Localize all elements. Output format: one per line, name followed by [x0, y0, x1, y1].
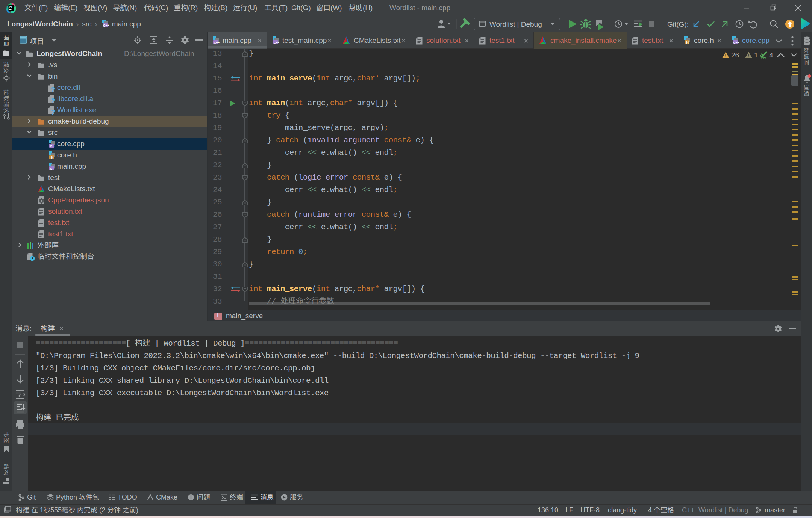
svg-text:C++: C++ — [733, 41, 739, 44]
svg-text:H: H — [51, 156, 54, 159]
svg-text:H: H — [686, 41, 689, 44]
svg-text:C++: C++ — [50, 145, 56, 148]
svg-text:Wordlist | Debug: Wordlist | Debug — [489, 20, 542, 28]
svg-text:C++: C++ — [103, 24, 109, 27]
svg-text:C++: C++ — [274, 41, 279, 44]
svg-text:?: ? — [51, 108, 55, 115]
svg-text:C++: C++ — [214, 41, 220, 44]
svg-text:C++: C++ — [50, 167, 56, 171]
svg-text:CL: CL — [9, 6, 13, 9]
svg-text:Git(G):: Git(G): — [667, 20, 689, 28]
svg-text:?: ? — [51, 86, 55, 92]
svg-text:?: ? — [51, 97, 55, 104]
